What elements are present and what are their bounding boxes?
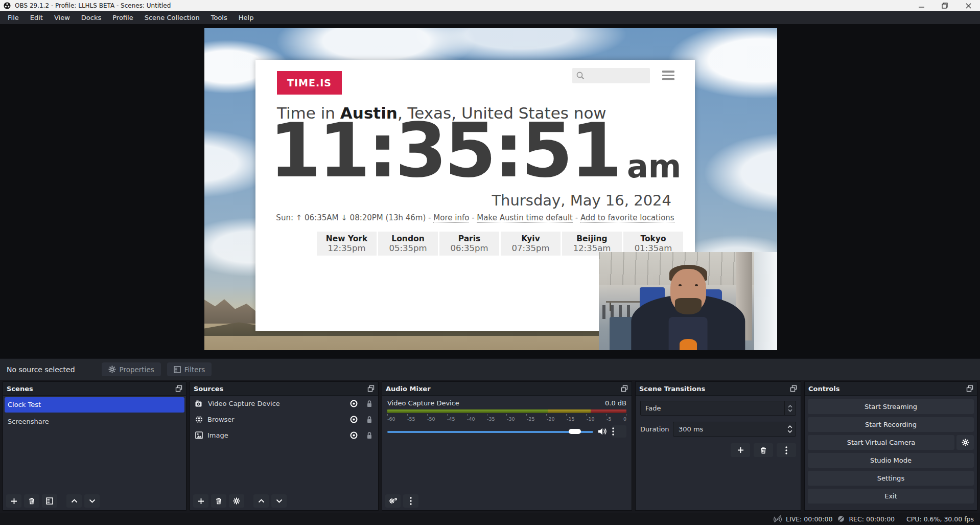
- move-source-up-button[interactable]: [253, 494, 269, 508]
- sun-info-line: Sun: ↑ 06:35AM ↓ 08:20PM (13h 46m) - Mor…: [255, 213, 695, 222]
- source-toolbar: No source selected Properties Filters: [0, 358, 980, 380]
- transition-select[interactable]: Fade: [640, 401, 796, 416]
- restore-button[interactable]: [933, 0, 956, 11]
- stream-inactive-icon: [773, 515, 782, 523]
- visibility-eye-icon[interactable]: [349, 399, 358, 408]
- chevron-down-icon: [787, 430, 792, 433]
- add-favorite-link[interactable]: Add to favorite locations: [580, 213, 674, 223]
- menu-profile[interactable]: Profile: [107, 11, 138, 24]
- city-box-kyiv[interactable]: Kyiv07:35pm: [501, 232, 561, 256]
- kebab-menu-icon: [612, 427, 614, 436]
- timeis-clock: 11:35:51 am: [255, 113, 695, 188]
- source-row-image[interactable]: Image: [190, 427, 378, 443]
- menu-help[interactable]: Help: [233, 11, 260, 24]
- move-source-down-button[interactable]: [271, 494, 287, 508]
- scene-filters-button[interactable]: [42, 494, 57, 508]
- duration-spinbox[interactable]: 300 ms: [673, 422, 796, 437]
- minimize-icon: [919, 3, 924, 9]
- properties-button[interactable]: Properties: [102, 362, 161, 376]
- source-row-video-capture[interactable]: Video Capture Device: [190, 396, 378, 412]
- clock-time: 11:35:51: [269, 113, 620, 188]
- menu-edit[interactable]: Edit: [25, 11, 49, 24]
- transition-selected-value: Fade: [641, 401, 784, 415]
- scene-item-clock-test[interactable]: Clock Test: [5, 397, 184, 413]
- popout-icon[interactable]: [367, 385, 375, 392]
- remove-scene-button[interactable]: [24, 494, 39, 508]
- more-info-link[interactable]: More info: [433, 213, 469, 223]
- program-canvas[interactable]: TIME.IS Time in Austin, Texas, United St…: [204, 28, 777, 350]
- settings-button[interactable]: Settings: [808, 471, 974, 486]
- sources-panel: Sources Video Capture Device Browser: [190, 381, 379, 511]
- chevron-down-icon: [276, 499, 283, 503]
- volume-slider[interactable]: [387, 428, 593, 435]
- webcam-overlay[interactable]: [599, 252, 777, 350]
- popout-icon[interactable]: [175, 385, 182, 392]
- lock-icon[interactable]: [366, 431, 373, 440]
- add-transition-button[interactable]: [731, 443, 750, 457]
- search-icon: [576, 71, 585, 80]
- exit-button[interactable]: Exit: [808, 489, 974, 504]
- clock-ampm: am: [627, 151, 681, 188]
- hamburger-menu-icon[interactable]: [662, 71, 674, 80]
- add-scene-button[interactable]: [6, 494, 21, 508]
- scenes-title: Scenes: [7, 385, 33, 393]
- mixer-menu-button[interactable]: [403, 494, 418, 508]
- mixer-level-db: 0.0 dB: [605, 399, 626, 407]
- popout-icon[interactable]: [966, 385, 973, 392]
- combo-arrows[interactable]: [784, 401, 796, 415]
- timeis-logo[interactable]: TIME.IS: [277, 71, 342, 95]
- menu-view[interactable]: View: [49, 11, 76, 24]
- start-streaming-button[interactable]: Start Streaming: [808, 399, 974, 414]
- volume-slider-handle[interactable]: [569, 429, 581, 434]
- filters-button[interactable]: Filters: [167, 362, 212, 376]
- remove-transition-button[interactable]: [754, 443, 773, 457]
- move-scene-down-button[interactable]: [84, 494, 100, 508]
- remove-source-button[interactable]: [211, 494, 226, 508]
- webcam-table: [606, 301, 640, 303]
- trash-icon: [28, 497, 35, 505]
- advanced-audio-button[interactable]: [385, 494, 401, 508]
- lock-icon[interactable]: [366, 416, 373, 424]
- spinner-arrows[interactable]: [784, 422, 796, 436]
- search-input[interactable]: [572, 68, 650, 83]
- window-title: OBS 29.1.2 - Profile: LLHLS BETA - Scene…: [15, 2, 171, 9]
- lock-icon[interactable]: [366, 400, 373, 408]
- city-box-paris[interactable]: Paris06:35pm: [439, 232, 499, 256]
- start-virtual-camera-button[interactable]: Start Virtual Camera: [808, 435, 954, 450]
- visibility-eye-icon[interactable]: [349, 415, 358, 424]
- scenes-panel: Scenes Clock Test Screenshare: [3, 381, 186, 511]
- popout-icon[interactable]: [621, 385, 628, 392]
- transition-menu-button[interactable]: [777, 443, 796, 457]
- popout-icon[interactable]: [790, 385, 797, 392]
- close-button[interactable]: [956, 0, 980, 11]
- add-source-button[interactable]: [193, 494, 208, 508]
- gear-icon: [233, 497, 240, 505]
- scene-item-screenshare[interactable]: Screenshare: [3, 414, 186, 429]
- make-default-link[interactable]: Make Austin time default: [477, 213, 573, 223]
- chevron-down-icon: [89, 499, 96, 503]
- menu-tools[interactable]: Tools: [205, 11, 233, 24]
- move-scene-up-button[interactable]: [66, 494, 82, 508]
- visibility-eye-icon[interactable]: [349, 431, 358, 440]
- filters-icon: [174, 366, 181, 373]
- menu-scene-collection[interactable]: Scene Collection: [139, 11, 205, 24]
- speaker-icon[interactable]: [598, 427, 608, 436]
- minimize-button[interactable]: [909, 0, 933, 11]
- preview-area[interactable]: TIME.IS Time in Austin, Texas, United St…: [0, 24, 980, 358]
- chevron-up-icon: [788, 405, 792, 408]
- chevron-up-icon: [71, 499, 78, 503]
- source-properties-button[interactable]: [229, 494, 244, 508]
- city-box-newyork[interactable]: New York12:35pm: [317, 232, 377, 256]
- menu-file[interactable]: File: [2, 11, 25, 24]
- studio-mode-button[interactable]: Studio Mode: [808, 453, 974, 468]
- source-row-browser[interactable]: Browser: [190, 412, 378, 427]
- webcam-person-eye-right: [695, 284, 698, 286]
- start-recording-button[interactable]: Start Recording: [808, 417, 974, 432]
- menu-docks[interactable]: Docks: [76, 11, 107, 24]
- virtual-camera-settings-button[interactable]: [956, 435, 974, 450]
- gear-icon: [962, 439, 969, 446]
- city-box-london[interactable]: London05:35pm: [378, 232, 438, 256]
- plus-icon: [11, 498, 17, 505]
- trash-icon: [215, 497, 222, 505]
- mixer-channel-menu-button[interactable]: [612, 425, 626, 438]
